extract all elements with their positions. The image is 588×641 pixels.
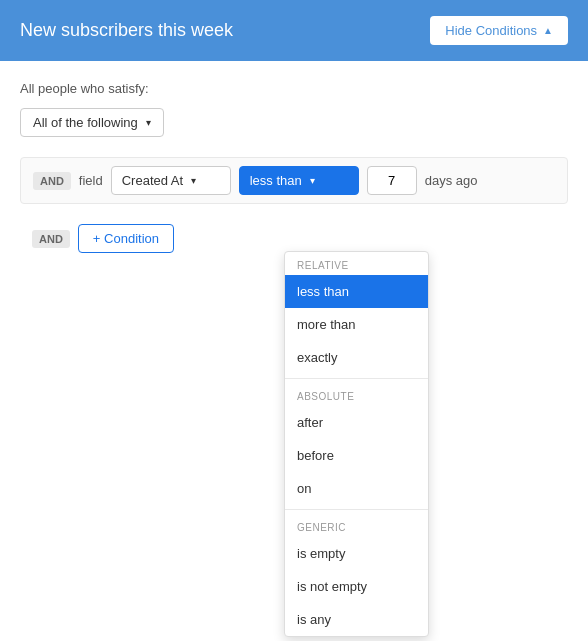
less-than-select[interactable]: less than ▾ [239, 166, 359, 195]
satisfy-label: All people who satisfy: [20, 81, 568, 96]
absolute-section-label: ABSOLUTE [285, 383, 428, 406]
add-condition-button[interactable]: + Condition [78, 224, 174, 253]
less-than-label: less than [250, 173, 302, 188]
page-title: New subscribers this week [20, 20, 233, 41]
less-than-chevron-icon: ▾ [310, 175, 315, 186]
days-ago-label: days ago [425, 173, 478, 188]
add-and-badge: AND [32, 230, 70, 248]
dropdown-item-is-any[interactable]: is any [285, 603, 428, 636]
chevron-up-icon: ▲ [543, 25, 553, 36]
created-at-label: Created At [122, 173, 183, 188]
divider-1 [285, 378, 428, 379]
all-following-label: All of the following [33, 115, 138, 130]
created-at-select[interactable]: Created At ▾ [111, 166, 231, 195]
all-following-dropdown[interactable]: All of the following ▾ [20, 108, 164, 137]
hide-conditions-label: Hide Conditions [445, 23, 537, 38]
days-input[interactable] [367, 166, 417, 195]
dropdown-item-before[interactable]: before [285, 439, 428, 472]
dropdown-item-after[interactable]: after [285, 406, 428, 439]
condition-row: AND field Created At ▾ less than ▾ days … [20, 157, 568, 204]
divider-2 [285, 509, 428, 510]
dropdown-item-more-than[interactable]: more than [285, 308, 428, 341]
created-at-chevron-icon: ▾ [191, 175, 196, 186]
dropdown-item-is-not-empty[interactable]: is not empty [285, 570, 428, 603]
dropdown-item-exactly[interactable]: exactly [285, 341, 428, 374]
condition-dropdown: RELATIVE less than more than exactly ABS… [284, 251, 429, 637]
dropdown-item-is-empty[interactable]: is empty [285, 537, 428, 570]
dropdown-item-on[interactable]: on [285, 472, 428, 505]
page-header: New subscribers this week Hide Condition… [0, 0, 588, 61]
field-label: field [79, 173, 103, 188]
dropdown-item-less-than[interactable]: less than [285, 275, 428, 308]
and-badge: AND [33, 172, 71, 190]
content-area: All people who satisfy: All of the follo… [0, 61, 588, 641]
relative-section-label: RELATIVE [285, 252, 428, 275]
hide-conditions-button[interactable]: Hide Conditions ▲ [430, 16, 568, 45]
chevron-down-icon: ▾ [146, 117, 151, 128]
generic-section-label: GENERIC [285, 514, 428, 537]
